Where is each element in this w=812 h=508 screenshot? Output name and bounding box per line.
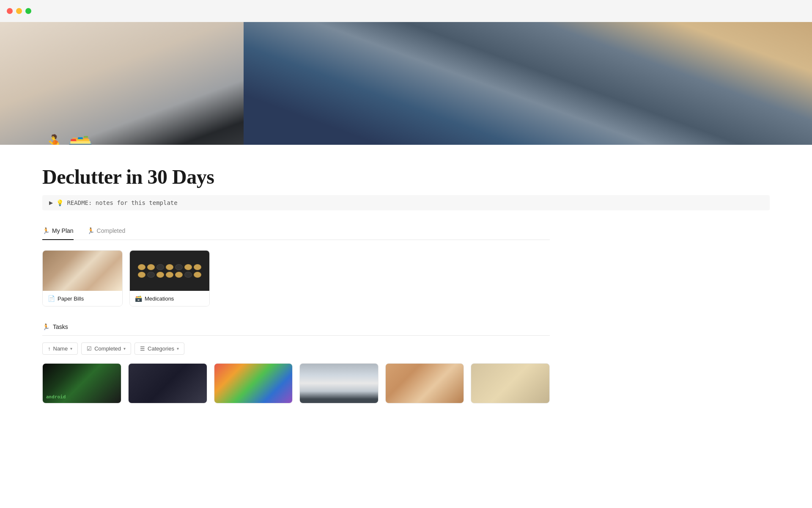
pill-row-1 [138,264,145,278]
task-card-car[interactable] [299,363,379,403]
task-card-wardrobe[interactable] [385,363,464,403]
title-bar [0,0,812,22]
pill-row-3 [156,264,164,278]
card-paper-bills-text: Paper Bills [58,295,84,302]
task-card-android[interactable]: android [42,363,121,403]
filter-name-label: Name [53,345,68,352]
card-paper-bills-label: 📄 Paper Bills [43,291,122,306]
tasks-title: Tasks [53,323,68,330]
filter-row: ↑ Name ▾ ☑ Completed ▾ ☰ Categories ▾ [42,342,550,355]
pill-row-7 [194,264,201,278]
tab-completed[interactable]: 🏃 Completed [87,227,126,240]
pill-4 [147,272,155,278]
hero-image: 🏃🗃️ [0,22,812,145]
tab-completed-icon: 🏃 [87,227,94,234]
filter-completed-icon: ☑ [87,345,92,352]
tabs-header: 🏃 My Plan 🏃 Completed [42,227,550,240]
readme-arrow: ▶ [49,200,53,206]
pill-row-2 [147,264,155,278]
pill-row-4 [166,264,173,278]
readme-section[interactable]: ▶ 💡 README: notes for this template [42,195,770,210]
readme-text: 💡 README: notes for this template [56,199,178,206]
pill-row-6 [184,264,192,278]
tab-completed-label: Completed [97,227,126,234]
card-paper-bills-emoji: 📄 [48,295,55,302]
main-content: 🏃🗃️ Declutter in 30 Days ▶ 💡 README: not… [0,22,812,420]
card-medications-emoji: 🗃️ [135,295,142,302]
maximize-button[interactable] [25,8,31,14]
page-title: Declutter in 30 Days [42,165,550,188]
task-card-jewelry[interactable] [471,363,550,403]
task-card-colorful[interactable] [214,363,293,403]
card-paper-bills-image [43,251,122,291]
page-icon: 🏃🗃️ [42,134,93,145]
card-medications-text: Medications [145,295,174,302]
tasks-section: 🏃 Tasks ↑ Name ▾ ☑ Completed ▾ ☰ Categor… [42,323,550,403]
filter-categories[interactable]: ☰ Categories ▾ [134,342,184,355]
tabs-section: 🏃 My Plan 🏃 Completed 📄 Paper Bills [42,227,550,306]
card-medications[interactable]: 🗃️ Medications [129,250,210,306]
card-medications-image [130,251,209,291]
filter-completed-arrow: ▾ [123,346,126,351]
task-card-android-text: android [46,394,66,400]
card-medications-label: 🗃️ Medications [130,291,209,306]
pill-2 [138,272,145,278]
tab-my-plan[interactable]: 🏃 My Plan [42,227,74,240]
pill-3 [147,264,155,270]
pill-12 [184,272,192,278]
pill-10 [175,272,183,278]
tab-my-plan-label: My Plan [52,227,74,234]
filter-completed[interactable]: ☑ Completed ▾ [81,342,131,355]
cards-grid: 📄 Paper Bills [42,250,550,306]
close-button[interactable] [7,8,13,14]
tab-my-plan-icon: 🏃 [42,227,49,234]
minimize-button[interactable] [16,8,22,14]
pill-1 [138,264,145,270]
content-area: Declutter in 30 Days ▶ 💡 README: notes f… [0,145,592,420]
pill-8 [166,272,173,278]
pill-5 [156,264,164,270]
hero-hands-overlay [244,22,812,145]
task-card-dark1[interactable] [128,363,207,403]
pill-13 [194,264,201,270]
filter-categories-label: Categories [148,345,174,352]
pill-14 [194,272,201,278]
filter-categories-arrow: ▾ [177,346,179,351]
filter-name[interactable]: ↑ Name ▾ [42,342,78,355]
pill-11 [184,264,192,270]
filter-name-icon: ↑ [48,345,51,352]
pill-9 [175,264,183,270]
pill-6 [156,272,164,278]
tasks-section-icon: 🏃 [42,323,49,330]
task-cards-row: android [42,363,550,403]
tasks-header-row: 🏃 Tasks [42,323,550,336]
filter-categories-icon: ☰ [140,345,145,352]
filter-completed-label: Completed [94,345,121,352]
filter-name-arrow: ▾ [70,346,72,351]
card-paper-bills[interactable]: 📄 Paper Bills [42,250,123,306]
pill-7 [166,264,173,270]
pill-row-5 [175,264,183,278]
